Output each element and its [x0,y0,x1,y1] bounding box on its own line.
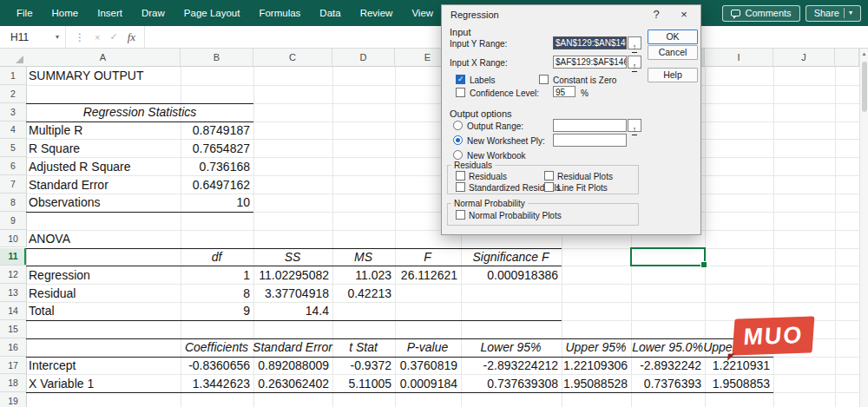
cell-I17[interactable]: 1.2210931 [707,357,770,375]
row-header-15[interactable]: 15 [0,320,27,338]
residuals-checkbox[interactable] [456,171,465,181]
ribbon-tab-draw[interactable]: Draw [132,0,174,26]
cell-A10[interactable]: ANOVA [29,230,177,248]
cell-B16[interactable]: Coefficients [183,338,250,357]
line-fit-plots-checkbox[interactable] [544,182,554,192]
column-header-I[interactable]: I [705,49,773,67]
cell-C13[interactable]: 3.37704918 [256,284,329,302]
ribbon-tab-home[interactable]: Home [43,0,89,26]
column-header-B[interactable]: B [181,49,253,67]
normal-probability-plots-checkbox[interactable] [456,210,465,220]
cell-A14[interactable]: Total [29,302,177,320]
row-header-8[interactable]: 8 [0,194,27,212]
row-header-5[interactable]: 5 [0,139,27,157]
cell-G16[interactable]: Upper 95% [564,338,628,357]
row-header-7[interactable]: 7 [0,175,27,194]
select-all-corner[interactable] [0,49,27,67]
output-range-picker-button[interactable]: ↑ [628,119,641,132]
cell-F11[interactable]: Significance F [464,248,558,266]
column-header-C[interactable]: C [253,49,332,67]
confidence-level-field[interactable]: 95 [553,86,575,97]
cell-D12[interactable]: 11.023 [335,266,391,284]
cell-E16[interactable]: P-value [398,338,457,357]
cell-B8[interactable]: 10 [183,194,250,212]
cell-G18[interactable]: 1.95088528 [564,374,628,392]
row-header-18[interactable]: 18 [0,374,27,392]
cell-B4[interactable]: 0.8749187 [183,121,250,140]
input-x-range-picker-button[interactable]: ↑ [628,56,641,69]
cell-D16[interactable]: t Stat [335,338,391,357]
cell-I18[interactable]: 1.9508853 [707,374,770,392]
cell-H16[interactable]: Lower 95.0% [634,338,701,357]
cancel-button[interactable]: Cancel [648,45,698,60]
cell-C17[interactable]: 0.892088009 [256,357,329,375]
ribbon-tab-review[interactable]: Review [351,0,403,26]
cell-D13[interactable]: 0.42213 [335,284,391,302]
cell-A1[interactable]: SUMMARY OUTPUT [29,67,177,85]
scroll-up-icon[interactable]: ▲ [860,51,868,56]
cell-F18[interactable]: 0.737639308 [464,374,558,392]
cell-F17[interactable]: -2.893224212 [464,357,558,375]
cell-C12[interactable]: 11.02295082 [256,266,329,284]
formula-cancel-icon[interactable]: × [95,32,100,43]
row-header-16[interactable]: 16 [0,338,27,357]
ribbon-tab-data[interactable]: Data [310,0,350,26]
cell-E11[interactable]: F [398,248,457,266]
cell-E18[interactable]: 0.0009184 [398,374,457,392]
insert-function-icon[interactable]: fx [128,30,135,44]
column-header-J[interactable]: J [773,49,835,67]
confidence-level-checkbox[interactable] [456,88,465,97]
ribbon-tab-insert[interactable]: Insert [88,0,132,26]
cell-A8[interactable]: Observations [29,194,177,212]
cell-H17[interactable]: -2.8932242 [634,357,701,375]
row-header-1[interactable]: 1 [0,67,27,85]
constant-zero-checkbox[interactable] [539,75,549,84]
cell-F16[interactable]: Lower 95% [464,338,558,357]
cell-A13[interactable]: Residual [29,284,177,302]
cell-B13[interactable]: 8 [183,284,250,302]
cell-A7[interactable]: Standard Error [29,175,177,194]
active-cell-H11[interactable] [630,247,706,267]
row-header-13[interactable]: 13 [0,284,27,302]
ribbon-tab-formulas[interactable]: Formulas [249,0,310,26]
scrollbar-thumb[interactable] [862,62,867,112]
vertical-scrollbar[interactable]: ▲ [859,49,868,407]
cell-B6[interactable]: 0.736168 [183,157,250,175]
row-header-4[interactable]: 4 [0,121,27,140]
cell-F12[interactable]: 0.000918386 [464,266,558,284]
output-range-radio[interactable] [453,121,463,130]
cell-E12[interactable]: 26.112621 [398,266,457,284]
cell-B5[interactable]: 0.7654827 [183,139,250,157]
cell-A3-merged[interactable]: Regression Statistics [26,103,253,121]
dialog-titlebar[interactable]: Regression ? × [442,5,700,24]
ribbon-tab-page-layout[interactable]: Page Layout [174,0,250,26]
name-box[interactable]: H11 ▾ [0,26,66,48]
cell-A4[interactable]: Multiple R [29,121,177,140]
cell-C16[interactable]: Standard Error [256,338,329,357]
cell-A18[interactable]: X Variable 1 [29,374,177,392]
row-header-6[interactable]: 6 [0,157,27,175]
cell-B18[interactable]: 1.3442623 [183,374,250,392]
new-workbook-radio[interactable] [453,150,463,160]
cell-B17[interactable]: -0.8360656 [183,357,250,375]
cell-A6[interactable]: Adjusted R Square [29,157,177,175]
row-header-14[interactable]: 14 [0,302,27,320]
ribbon-tab-view[interactable]: View [402,0,443,26]
row-header-10[interactable]: 10 [0,230,27,248]
row-header-11[interactable]: 11 [0,248,27,266]
row-header-3[interactable]: 3 [0,103,27,121]
row-header-9[interactable]: 9 [0,212,27,230]
column-header-D[interactable]: D [332,49,395,67]
ok-button[interactable]: OK [648,30,698,44]
row-header-19[interactable]: 19 [0,392,27,407]
cell-C11[interactable]: SS [256,248,329,266]
labels-checkbox[interactable] [456,75,465,84]
residual-plots-checkbox[interactable] [544,171,554,181]
cell-E17[interactable]: 0.3760819 [398,357,457,375]
cell-B11[interactable]: df [183,248,250,266]
input-y-range-field[interactable]: $AN$129:$AN$146 [553,36,627,49]
cell-C14[interactable]: 14.4 [256,302,329,320]
ribbon-tab-file[interactable]: File [7,0,43,26]
cell-D11[interactable]: MS [335,248,391,266]
name-box-dropdown-icon[interactable]: ▾ [56,33,59,41]
